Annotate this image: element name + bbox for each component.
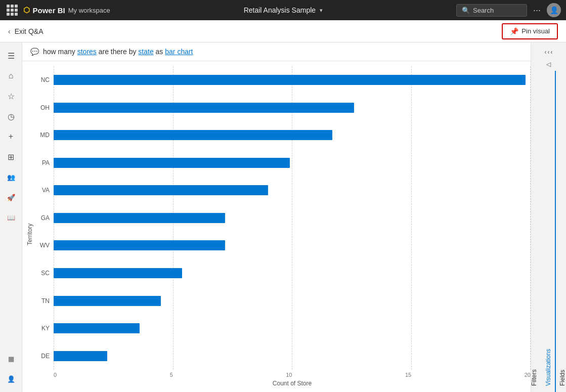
pin-visual-button[interactable]: 📌 Pin visual [502, 23, 558, 39]
grid-icon [7, 5, 18, 16]
bar-label: MD [37, 132, 50, 139]
bar-fill[interactable] [54, 158, 290, 168]
x-tick: 15 [405, 372, 411, 378]
top-navigation: ⬡ Power BI My workspace Retail Analysis … [0, 0, 566, 20]
bar-row: DE [37, 349, 526, 363]
bar-label: GA [37, 214, 50, 222]
secondary-toolbar: ‹ Exit Q&A 📌 Pin visual [0, 20, 566, 42]
brand-area: ⬡ Power BI My workspace [23, 6, 110, 15]
sidebar-item-favorites[interactable]: ☆ [2, 87, 20, 105]
search-icon: 🔍 [462, 7, 470, 14]
bar-label: PA [37, 159, 50, 166]
x-tick: 10 [286, 372, 292, 378]
bar-fill[interactable] [54, 213, 225, 223]
bar-fill[interactable] [54, 240, 225, 250]
left-sidebar: ☰ ⌂ ☆ ◷ + ⊞ 👥 🚀 📖 ▦ 👤 [0, 42, 22, 392]
bar-label: SC [37, 270, 50, 277]
search-box[interactable]: 🔍 Search [456, 4, 527, 17]
sidebar-toggle[interactable]: ☰ [2, 47, 20, 65]
bar-label: KY [37, 325, 50, 332]
bar-label: TN [37, 297, 50, 304]
sidebar-item-datasets[interactable]: ▦ [2, 350, 20, 368]
query-comment-icon: 💬 [30, 48, 39, 56]
sidebar-item-create[interactable]: + [2, 127, 20, 146]
sidebar-item-workspaces[interactable]: 📖 [2, 208, 20, 227]
exit-qa-label: Exit Q&A [15, 27, 43, 35]
query-text: how many stores are there by state as ba… [43, 48, 193, 56]
chart-wrapper: NC OH MD PA VA GA [37, 66, 531, 387]
bar-label: VA [37, 187, 50, 194]
bar-fill[interactable] [54, 103, 354, 113]
bar-track [54, 75, 526, 85]
sidebar-item-shared[interactable]: 👥 [2, 168, 20, 186]
pin-icon: 📌 [510, 27, 518, 35]
bar-fill[interactable] [54, 351, 107, 361]
query-highlight-state[interactable]: state [138, 48, 153, 56]
bar-track [54, 213, 526, 223]
bar-row: MD [37, 128, 526, 142]
bars-with-grid: NC OH MD PA VA GA [37, 66, 531, 370]
bar-track [54, 323, 526, 333]
power-bi-logo: ⬡ [23, 6, 30, 15]
bar-fill[interactable] [54, 75, 526, 85]
sidebar-item-home[interactable]: ⌂ [2, 67, 20, 85]
bar-track [54, 130, 526, 140]
bar-row: KY [37, 321, 526, 335]
sidebar-item-apps[interactable]: ⊞ [2, 148, 20, 166]
app-name: Power BI [33, 6, 65, 15]
back-arrow-icon: ‹ [8, 27, 11, 35]
query-bar[interactable]: 💬 how many stores are there by state as … [22, 42, 531, 61]
sidebar-item-learn[interactable]: 🚀 [2, 188, 20, 206]
right-panel: ‹ ‹ ‹ ◁ Filters Visualizations Fields [531, 42, 566, 392]
bar-row: GA [37, 211, 526, 225]
workspace-name: My workspace [68, 7, 110, 14]
bar-track [54, 103, 526, 113]
panel-arrow-left[interactable]: ‹ [545, 49, 547, 56]
bar-fill[interactable] [54, 185, 268, 195]
bar-track [54, 240, 526, 250]
query-highlight-barchart[interactable]: bar chart [165, 48, 193, 56]
bar-track [54, 158, 526, 168]
bar-fill[interactable] [54, 130, 332, 140]
panel-tabs: Filters Visualizations Fields [528, 71, 567, 392]
bar-label: DE [37, 353, 50, 360]
bar-track [54, 296, 526, 306]
report-title-area: Retail Analysis Sample ▾ [114, 6, 452, 14]
query-highlight-stores[interactable]: stores [77, 48, 97, 56]
x-tick: 0 [54, 372, 57, 378]
bar-label: WV [37, 242, 50, 249]
bar-fill[interactable] [54, 323, 140, 333]
bars-container: NC OH MD PA VA GA [37, 66, 531, 370]
sidebar-item-recent[interactable]: ◷ [2, 107, 20, 125]
bar-track [54, 268, 526, 278]
more-options-button[interactable]: ··· [531, 5, 543, 16]
tab-visualizations[interactable]: Visualizations [542, 71, 556, 392]
report-title: Retail Analysis Sample [244, 6, 316, 14]
tab-filters[interactable]: Filters [528, 71, 542, 392]
pin-visual-label: Pin visual [521, 27, 550, 35]
panel-arrow-middle[interactable]: ‹ [548, 49, 550, 56]
bar-row: NC [37, 73, 526, 87]
bar-fill[interactable] [54, 296, 161, 306]
panel-expand-icon[interactable]: ◁ [544, 59, 553, 70]
sidebar-item-profile[interactable]: 👤 [2, 370, 20, 388]
search-placeholder: Search [473, 7, 494, 14]
bar-row: PA [37, 156, 526, 170]
tab-fields[interactable]: Fields [556, 71, 567, 392]
x-axis-label: Count of Store [37, 378, 531, 387]
user-avatar[interactable]: 👤 [547, 3, 561, 17]
content-area: 💬 how many stores are there by state as … [22, 42, 531, 392]
bar-row: WV [37, 238, 526, 252]
bar-fill[interactable] [54, 268, 182, 278]
panel-collapse-arrows: ‹ ‹ ‹ [543, 47, 555, 58]
bar-row: OH [37, 101, 526, 115]
title-dropdown-icon[interactable]: ▾ [320, 7, 323, 14]
chart-area: Territory NC [22, 61, 531, 392]
panel-arrow-right[interactable]: ‹ [551, 49, 553, 56]
bar-label: NC [37, 76, 50, 83]
exit-qa-button[interactable]: ‹ Exit Q&A [8, 27, 43, 35]
apps-grid-button[interactable] [5, 3, 19, 17]
bar-label: OH [37, 104, 50, 111]
bar-row: SC [37, 266, 526, 280]
main-area: ☰ ⌂ ☆ ◷ + ⊞ 👥 🚀 📖 ▦ 👤 💬 how many stores … [0, 42, 566, 392]
